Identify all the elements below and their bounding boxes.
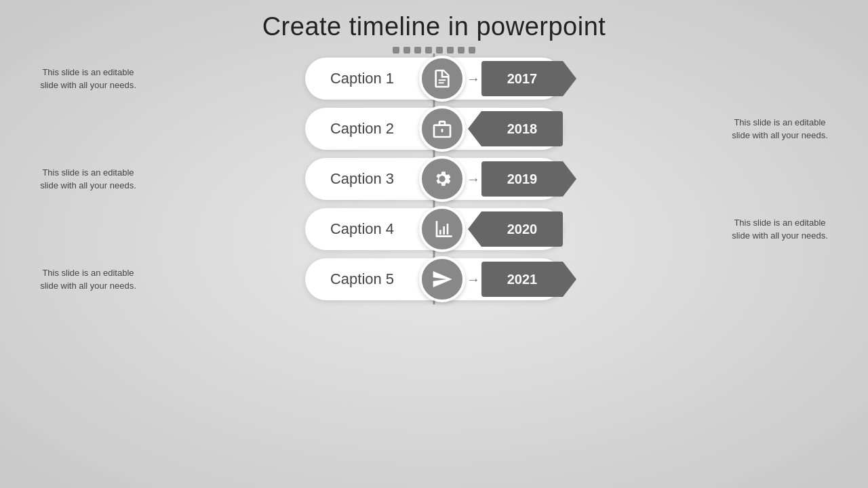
timeline-row-1: This slide is an editableslide with all …	[0, 58, 868, 100]
caption-4: Caption 4	[305, 220, 419, 238]
pill-4: 2020←Caption 4	[305, 208, 563, 250]
side-text-5: This slide is an editableslide with all …	[0, 266, 176, 293]
timeline-container: This slide is an editableslide with all …	[0, 54, 868, 304]
icon-circle-1	[419, 56, 465, 102]
pill-wrap-5: Caption 5→2021	[176, 258, 692, 300]
arrow-1: →	[467, 71, 480, 87]
side-text-1: This slide is an editableslide with all …	[0, 66, 176, 92]
caption-2: Caption 2	[305, 120, 419, 138]
side-text-2: This slide is an editableslide with all …	[692, 116, 868, 142]
pill-wrap-1: Caption 1→2017	[176, 58, 692, 100]
svg-rect-2	[441, 129, 443, 132]
timeline-row-3: This slide is an editableslide with all …	[0, 158, 868, 200]
pill-wrap-3: Caption 3→2019	[176, 158, 692, 200]
pill-wrap-4: 2020←Caption 4	[176, 208, 692, 250]
svg-rect-1	[439, 82, 444, 83]
timeline-row-5: This slide is an editableslide with all …	[0, 258, 868, 300]
page-title: Create timeline in powerpoint	[262, 12, 606, 41]
pill-5: Caption 5→2021	[305, 258, 563, 300]
pill-2: 2018←Caption 2	[305, 108, 563, 150]
year-badge-3: 2019	[481, 161, 563, 197]
pill-3: Caption 3→2019	[305, 158, 563, 200]
icon-circle-4	[419, 206, 465, 252]
caption-5: Caption 5	[305, 270, 419, 288]
decorative-dots	[393, 47, 475, 54]
year-badge-2: 2018	[481, 111, 563, 146]
pill-wrap-2: 2018←Caption 2	[176, 108, 692, 150]
arrow-5: →	[467, 272, 480, 287]
icon-circle-3	[419, 156, 465, 202]
caption-1: Caption 1	[305, 70, 419, 87]
year-badge-4: 2020	[481, 211, 563, 247]
year-badge-5: 2021	[481, 262, 563, 297]
caption-3: Caption 3	[305, 170, 419, 188]
icon-circle-5	[419, 256, 465, 302]
year-badge-1: 2017	[481, 61, 563, 96]
arrow-3: →	[467, 171, 480, 187]
side-text-4: This slide is an editableslide with all …	[692, 216, 868, 243]
pill-1: Caption 1→2017	[305, 58, 563, 100]
icon-circle-2	[419, 106, 465, 152]
timeline-row-2: 2018←Caption 2This slide is an editables…	[0, 108, 868, 150]
side-text-3: This slide is an editableslide with all …	[0, 166, 176, 192]
timeline-row-4: 2020←Caption 4This slide is an editables…	[0, 208, 868, 250]
svg-rect-0	[439, 79, 446, 81]
